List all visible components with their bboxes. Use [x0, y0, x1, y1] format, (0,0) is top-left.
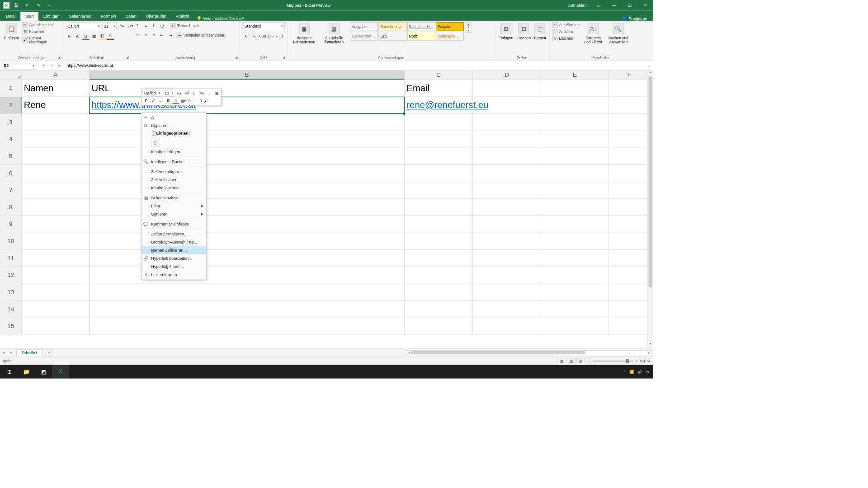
- cell-D8[interactable]: [473, 199, 541, 216]
- fill-color-icon[interactable]: ◧: [99, 32, 106, 40]
- cell-D12[interactable]: [473, 267, 541, 284]
- mini-dec-decimal-icon[interactable]: ←.0: [195, 97, 202, 104]
- normal-view-icon[interactable]: ▦: [557, 358, 566, 364]
- italic-icon[interactable]: K: [74, 32, 81, 40]
- cell-A6[interactable]: [22, 165, 90, 182]
- cell-B3[interactable]: [90, 114, 405, 131]
- sheet-nav-next-icon[interactable]: ▸: [8, 350, 15, 355]
- bold-icon[interactable]: F: [66, 32, 73, 40]
- delete-cells-button[interactable]: ⊟Löschen: [516, 22, 531, 41]
- cell-E15[interactable]: [541, 318, 609, 335]
- cell-B4[interactable]: [90, 131, 405, 148]
- zoom-slider[interactable]: [593, 360, 633, 361]
- ctx-open-hyperlink[interactable]: Hyperlink öffnen...: [142, 263, 206, 271]
- increase-decimal-icon[interactable]: .0→: [267, 32, 275, 40]
- cell-E4[interactable]: [541, 131, 609, 148]
- cell-D9[interactable]: [473, 216, 541, 233]
- cell-E6[interactable]: [541, 165, 609, 182]
- ctx-smart-lookup[interactable]: 🔍Intelligente Suche: [142, 158, 206, 166]
- cell-E10[interactable]: [541, 233, 609, 250]
- ctx-sort[interactable]: Sortieren▶: [142, 210, 206, 218]
- cell-D10[interactable]: [473, 233, 541, 250]
- find-select-button[interactable]: 🔍Suchen und Auswählen: [607, 22, 630, 45]
- cell-A9[interactable]: [22, 216, 90, 233]
- align-bottom-icon[interactable]: ⤓: [150, 22, 158, 30]
- sort-filter-button[interactable]: A↓Sortieren und Filtern: [582, 22, 605, 45]
- row-header[interactable]: 7: [0, 182, 22, 199]
- cell-A5[interactable]: [22, 148, 90, 164]
- gallery-more-button[interactable]: ▲▼▾: [466, 22, 471, 33]
- ctx-copy[interactable]: ⧉Kopieren: [142, 122, 206, 130]
- taskbar-explorer-icon[interactable]: 📁: [19, 365, 35, 379]
- cell-D4[interactable]: [473, 131, 541, 148]
- tab-review[interactable]: Überprüfen: [141, 12, 171, 21]
- mini-border-icon[interactable]: ▦: [213, 90, 220, 97]
- row-header[interactable]: 8: [0, 199, 22, 216]
- cell-A3[interactable]: [22, 114, 90, 131]
- zoom-in-icon[interactable]: +: [636, 359, 638, 363]
- cell-F6[interactable]: [609, 165, 650, 182]
- font-name-combo[interactable]: Calibri▾: [66, 22, 101, 30]
- align-middle-icon[interactable]: ≡: [142, 22, 150, 30]
- cell-A15[interactable]: [22, 318, 90, 335]
- cell-B12[interactable]: [90, 267, 405, 284]
- increase-indent-icon[interactable]: ⇥: [166, 32, 174, 39]
- percent-icon[interactable]: %: [251, 32, 259, 40]
- cell-F5[interactable]: [609, 148, 650, 164]
- mini-bold-icon[interactable]: F: [142, 97, 149, 104]
- cell-E9[interactable]: [541, 216, 609, 233]
- cell-C5[interactable]: [405, 148, 473, 164]
- cell-A14[interactable]: [22, 301, 90, 318]
- horizontal-scrollbar[interactable]: ◂▸: [406, 350, 651, 355]
- clear-button[interactable]: ◇Löschen: [552, 36, 580, 41]
- qat-customize-icon[interactable]: ▾: [45, 1, 53, 9]
- cell-D1[interactable]: [473, 80, 541, 97]
- cell-E5[interactable]: [541, 148, 609, 164]
- align-left-icon[interactable]: ≡: [134, 32, 142, 39]
- column-header-f[interactable]: F: [609, 70, 650, 80]
- cell-C6[interactable]: [405, 165, 473, 182]
- sign-in-link[interactable]: Anmelden: [564, 0, 591, 10]
- cell-E1[interactable]: [541, 80, 609, 97]
- tab-data[interactable]: Daten: [121, 12, 141, 21]
- ribbon-display-icon[interactable]: ▭: [591, 0, 607, 10]
- align-top-icon[interactable]: ⤒: [134, 22, 142, 30]
- cell-F3[interactable]: [609, 114, 650, 131]
- dialog-launcher-icon[interactable]: ◢: [125, 56, 129, 60]
- style-besucht[interactable]: Besuchter H…: [407, 22, 435, 31]
- expand-formula-bar-icon[interactable]: ⌄: [645, 62, 653, 70]
- column-header-b[interactable]: B: [90, 70, 405, 80]
- cell-E3[interactable]: [541, 114, 609, 131]
- tab-view[interactable]: Ansicht: [171, 12, 194, 21]
- ctx-remove-hyperlink[interactable]: ✕Link entfernen: [142, 271, 206, 279]
- dialog-launcher-icon[interactable]: ◢: [234, 56, 238, 60]
- ctx-paste-special[interactable]: Inhalte einfügen...: [142, 148, 206, 156]
- cell-B10[interactable]: [90, 233, 405, 250]
- cell-E12[interactable]: [541, 267, 609, 284]
- ctx-dropdown-list[interactable]: Dropdown-Auswahlliste...: [142, 238, 206, 246]
- tab-layout[interactable]: Seitenlayout: [64, 12, 96, 21]
- decrease-indent-icon[interactable]: ⇤: [158, 32, 166, 39]
- cell-B15[interactable]: [90, 318, 405, 335]
- ctx-insert-cells[interactable]: Zellen einfügen...: [142, 168, 206, 176]
- insert-cells-button[interactable]: ⊞Einfügen: [498, 22, 514, 41]
- cell-C13[interactable]: [405, 284, 473, 300]
- style-verknuepfte[interactable]: Verknüpfte …: [436, 32, 464, 41]
- save-icon[interactable]: 💾: [12, 1, 20, 9]
- select-all-button[interactable]: [0, 70, 22, 80]
- cell-F4[interactable]: [609, 131, 650, 148]
- tab-home[interactable]: Start: [20, 12, 38, 21]
- row-header[interactable]: 12: [0, 267, 22, 284]
- mini-increase-font-icon[interactable]: A▴: [176, 90, 183, 97]
- style-berechnung[interactable]: Berechnung: [379, 22, 407, 31]
- ctx-edit-hyperlink[interactable]: 🔗Hyperlink bearbeiten...: [142, 254, 206, 263]
- mini-border-dd-icon[interactable]: ▦▾: [180, 97, 187, 104]
- number-format-combo[interactable]: Standard▾: [243, 22, 285, 30]
- share-button[interactable]: 👤 Freigeben: [622, 16, 652, 21]
- page-break-view-icon[interactable]: ▤: [576, 358, 585, 364]
- comma-icon[interactable]: 000: [259, 32, 267, 40]
- cell-D11[interactable]: [473, 250, 541, 267]
- sheet-tab[interactable]: Tabelle1: [16, 349, 42, 357]
- cell-F12[interactable]: [609, 267, 650, 284]
- cell-A4[interactable]: [22, 131, 90, 148]
